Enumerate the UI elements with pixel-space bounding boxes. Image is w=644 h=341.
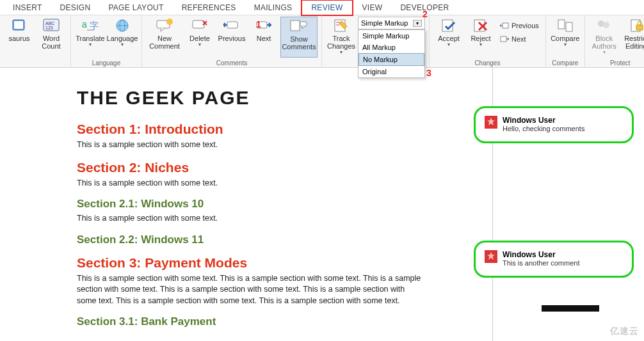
document-area: THE GEEK PAGE Section 1: Introduction Th… — [0, 68, 644, 341]
group-protect-label: Protect — [610, 59, 631, 67]
chevron-down-icon: ▾ — [198, 42, 201, 48]
chevron-down-icon: ▾ — [447, 42, 450, 48]
paragraph: This is a sample section with some text. — [77, 139, 423, 151]
tab-review[interactable]: REVIEW — [301, 0, 353, 16]
svg-text:123: 123 — [45, 26, 53, 30]
chevron-down-icon: ▾ — [340, 50, 342, 56]
svg-rect-18 — [300, 22, 307, 26]
svg-point-31 — [603, 22, 609, 28]
annotation-2: 2 — [423, 9, 428, 19]
group-compare: Compare ▾ Compare — [546, 15, 585, 67]
group-protect: Block Authors ▾ Restrict Editing Protect — [585, 15, 644, 67]
tab-mailings[interactable]: MAILINGS — [245, 1, 302, 15]
next-change-button[interactable]: Next — [497, 33, 542, 45]
previous-comment-button[interactable]: Previous — [216, 17, 247, 58]
markup-option-simple[interactable]: Simple Markup — [358, 30, 424, 42]
svg-rect-33 — [636, 25, 643, 30]
tab-insert[interactable]: INSERT — [4, 1, 51, 15]
markup-option-none[interactable]: No Markup — [358, 53, 424, 66]
translate-icon: a字 — [81, 18, 99, 33]
svg-rect-28 — [558, 20, 565, 29]
group-comments-label: Comments — [216, 59, 247, 67]
comment-user: Windows User — [503, 116, 584, 125]
language-button[interactable]: Language ▾ — [107, 17, 138, 58]
chevron-down-icon: ▾ — [413, 20, 422, 27]
compare-icon — [556, 18, 574, 33]
paragraph: This is a sample section with some text. — [77, 213, 423, 225]
group-changes-label: Changes — [474, 59, 500, 67]
chevron-down-icon: ▾ — [603, 50, 606, 56]
word-count-button[interactable]: ABC123 Word Count — [36, 17, 67, 58]
markup-selected-label: Simple Markup — [361, 19, 408, 27]
previous-icon — [223, 18, 241, 33]
markup-menu: Simple Markup All Markup No Markup Origi… — [358, 29, 425, 78]
decorative-bar — [542, 305, 599, 312]
new-comment-icon — [156, 18, 173, 33]
doc-title: THE GEEK PAGE — [77, 87, 467, 109]
annotation-1: 1 — [256, 19, 261, 29]
thesaurus-button[interactable]: saurus — [4, 17, 35, 58]
chevron-down-icon: ▾ — [121, 42, 124, 48]
show-comments-button[interactable]: Show Comments — [280, 17, 318, 58]
delete-comment-button[interactable]: Delete ▾ — [184, 17, 215, 58]
reject-button[interactable]: Reject ▾ — [465, 17, 496, 58]
restrict-editing-label: Restrict Editing — [624, 35, 644, 50]
next-comment-label: Next — [257, 35, 271, 42]
heading-section-1: Section 1: Introduction — [77, 122, 467, 137]
previous-change-label: Previous — [511, 22, 539, 29]
ribbon: saurus ABC123 Word Count a字 Translate ▾ — [0, 15, 644, 68]
block-authors-icon — [595, 18, 613, 33]
tab-design[interactable]: DESIGN — [51, 1, 100, 15]
group-language-label: Language — [92, 59, 121, 67]
group-proofing-label — [35, 59, 36, 67]
markup-option-original[interactable]: Original — [358, 66, 424, 77]
tab-references[interactable]: REFERENCES — [173, 1, 245, 15]
group-comments: New Comment Delete ▾ Previous Next — [142, 15, 322, 67]
translate-button[interactable]: a字 Translate ▾ — [75, 17, 106, 58]
watermark: 亿速云 — [610, 326, 639, 337]
svg-text:ABC: ABC — [45, 21, 54, 26]
new-comment-label: New Comment — [149, 35, 180, 50]
paragraph: This is a sample section with some text. — [77, 178, 423, 189]
thesaurus-label: saurus — [8, 35, 29, 42]
heading-section-3: Section 3: Payment Modes — [77, 255, 467, 271]
previous-change-button[interactable]: Previous — [497, 19, 542, 32]
show-comments-icon — [290, 19, 308, 34]
track-changes-button[interactable]: Track Changes ▾ — [326, 17, 357, 58]
block-authors-button[interactable]: Block Authors ▾ — [589, 17, 620, 58]
heading-section-2-1: Section 2.1: Windows 10 — [77, 198, 467, 210]
svg-rect-12 — [193, 20, 204, 28]
show-comments-label: Show Comments — [282, 35, 316, 51]
new-comment-button[interactable]: New Comment — [146, 17, 183, 58]
svg-rect-29 — [566, 22, 572, 31]
chevron-down-icon: ▾ — [479, 42, 482, 48]
svg-rect-26 — [503, 23, 508, 28]
comment-bubble[interactable]: Windows User This is another comment — [474, 241, 634, 278]
heading-section-3-1: Section 3.1: Bank Payment — [77, 315, 467, 328]
group-changes: Accept ▾ Reject ▾ Previous Next — [430, 15, 546, 67]
comment-bubble[interactable]: Windows User Hello, checking comments — [474, 106, 634, 143]
markup-display-select[interactable]: Simple Markup ▾ — [358, 17, 425, 29]
avatar-icon — [485, 116, 497, 129]
accept-icon — [440, 18, 458, 33]
track-changes-label: Track Changes — [327, 35, 355, 50]
track-changes-icon — [332, 18, 350, 33]
svg-rect-15 — [227, 22, 237, 28]
globe-icon — [113, 18, 131, 33]
accept-button[interactable]: Accept ▾ — [433, 17, 464, 58]
reject-icon — [472, 18, 490, 33]
tab-view[interactable]: VIEW — [353, 1, 392, 15]
markup-option-all[interactable]: All Markup — [358, 42, 424, 53]
svg-text:字: 字 — [90, 20, 99, 31]
next-comment-button[interactable]: Next — [248, 17, 279, 58]
delete-comment-icon — [191, 18, 209, 33]
heading-section-2: Section 2: Niches — [77, 160, 467, 175]
previous-change-icon — [500, 22, 509, 29]
compare-button[interactable]: Compare ▾ — [550, 17, 581, 58]
document-page[interactable]: THE GEEK PAGE Section 1: Introduction Th… — [0, 68, 493, 341]
group-language: a字 Translate ▾ Language ▾ Language — [71, 15, 142, 67]
restrict-editing-button[interactable]: Restrict Editing — [621, 17, 644, 58]
tab-page-layout[interactable]: PAGE LAYOUT — [99, 1, 172, 15]
heading-section-2-2: Section 2.2: Windows 11 — [77, 234, 467, 246]
svg-point-11 — [166, 19, 173, 25]
